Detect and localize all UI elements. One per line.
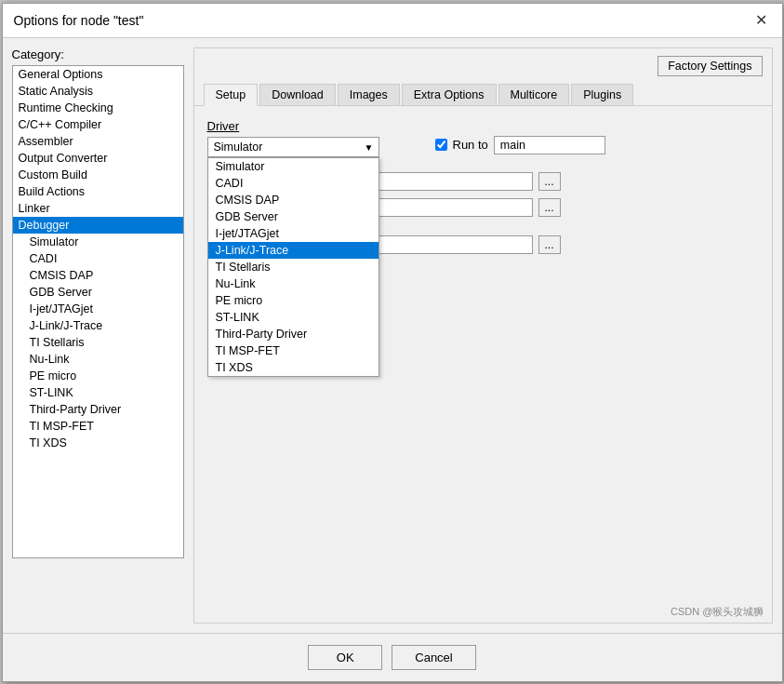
driver-label: Driver (207, 119, 379, 133)
title-bar: Options for node "test" ✕ (3, 4, 782, 38)
category-item-runtime-checking[interactable]: Runtime Checking (13, 100, 183, 116)
run-to-label: Run to (453, 138, 488, 152)
category-item-cmsis-dap[interactable]: CMSIS DAP (13, 267, 183, 284)
driver-section: Driver Simulator ▼ SimulatorCADICMSIS DA… (207, 119, 379, 157)
factory-settings-button[interactable]: Factory Settings (658, 56, 762, 76)
driver-option-third-party-driver[interactable]: Third-Party Driver (208, 326, 379, 342)
category-item-third-party-driver[interactable]: Third-Party Driver (13, 401, 183, 418)
category-item-cadi[interactable]: CADI (13, 250, 183, 267)
category-item-c-cpp-compiler[interactable]: C/C++ Compiler (13, 116, 183, 133)
left-panel: Category: General OptionsStatic Analysis… (12, 47, 184, 624)
category-item-ti-msp-fet[interactable]: TI MSP-FET (13, 418, 183, 435)
driver-selected-value: Simulator (214, 141, 263, 154)
options-dialog: Options for node "test" ✕ Category: Gene… (2, 3, 783, 682)
category-item-simulator[interactable]: Simulator (13, 234, 183, 250)
driver-dropdown-container: Simulator ▼ SimulatorCADICMSIS DAPGDB Se… (207, 137, 379, 157)
driver-option-ti-xds[interactable]: TI XDS (208, 359, 379, 376)
browse-btn-1[interactable]: ... (538, 172, 561, 191)
tab-setup[interactable]: Setup (204, 84, 259, 106)
driver-option-j-link-j-trace[interactable]: J-Link/J-Trace (208, 242, 379, 259)
tab-plugins[interactable]: Plugins (571, 84, 633, 105)
driver-option-ti-msp-fet[interactable]: TI MSP-FET (208, 342, 379, 359)
category-item-i-jet-jtagjet[interactable]: I-jet/JTAGjet (13, 301, 183, 317)
category-item-j-link-j-trace[interactable]: J-Link/J-Trace (13, 317, 183, 334)
dialog-body: Category: General OptionsStatic Analysis… (3, 38, 782, 633)
driver-row: Driver Simulator ▼ SimulatorCADICMSIS DA… (207, 119, 759, 157)
run-to-group: Run to (435, 136, 605, 154)
category-item-build-actions[interactable]: Build Actions (13, 183, 183, 200)
driver-option-gdb-server[interactable]: GDB Server (208, 208, 379, 225)
category-item-st-link[interactable]: ST-LINK (13, 384, 183, 401)
category-item-linker[interactable]: Linker (13, 200, 183, 217)
category-label: Category: (12, 47, 184, 61)
right-panel: Factory Settings SetupDownloadImagesExtr… (193, 47, 773, 624)
category-item-gdb-server[interactable]: GDB Server (13, 284, 183, 301)
category-item-nu-link[interactable]: Nu-Link (13, 351, 183, 368)
dialog-title: Options for node "test" (14, 13, 144, 28)
tab-download[interactable]: Download (259, 84, 336, 105)
driver-option-i-jet-jtagjet[interactable]: I-jet/JTAGjet (208, 225, 379, 242)
category-list[interactable]: General OptionsStatic AnalysisRuntime Ch… (12, 65, 184, 558)
category-item-general-options[interactable]: General Options (13, 66, 183, 83)
driver-option-simulator[interactable]: Simulator (208, 158, 379, 175)
driver-dropdown[interactable]: Simulator ▼ (207, 137, 379, 157)
browse-btn-2[interactable]: ... (538, 198, 561, 217)
dropdown-arrow-icon: ▼ (365, 141, 374, 152)
browse-btn-3[interactable]: ... (538, 235, 561, 254)
watermark: CSDN @猴头攻城狮 (671, 605, 764, 619)
driver-option-pe-micro[interactable]: PE micro (208, 292, 379, 309)
driver-option-nu-link[interactable]: Nu-Link (208, 275, 379, 292)
tab-images[interactable]: Images (338, 84, 400, 105)
category-item-assembler[interactable]: Assembler (13, 133, 183, 150)
factory-btn-row: Factory Settings (194, 48, 772, 76)
category-item-custom-build[interactable]: Custom Build (13, 167, 183, 183)
category-item-ti-stellaris[interactable]: TI Stellaris (13, 334, 183, 351)
tabs-row: SetupDownloadImagesExtra OptionsMulticor… (194, 76, 772, 106)
tab-extra-options[interactable]: Extra Options (402, 84, 497, 105)
ok-button[interactable]: OK (308, 645, 382, 670)
cancel-button[interactable]: Cancel (392, 645, 475, 670)
driver-option-cmsis-dap[interactable]: CMSIS DAP (208, 192, 379, 208)
driver-option-ti-stellaris[interactable]: TI Stellaris (208, 259, 379, 275)
category-item-pe-micro[interactable]: PE micro (13, 368, 183, 384)
close-button[interactable]: ✕ (752, 11, 771, 30)
category-item-output-converter[interactable]: Output Converter (13, 150, 183, 167)
tab-multicore[interactable]: Multicore (498, 84, 570, 105)
category-item-static-analysis[interactable]: Static Analysis (13, 83, 183, 100)
category-item-ti-xds[interactable]: TI XDS (13, 435, 183, 451)
dialog-footer: OK Cancel (3, 633, 782, 681)
driver-option-cadi[interactable]: CADI (208, 175, 379, 192)
main-content: Driver Simulator ▼ SimulatorCADICMSIS DA… (194, 106, 772, 623)
driver-dropdown-list[interactable]: SimulatorCADICMSIS DAPGDB ServerI-jet/JT… (207, 157, 379, 377)
run-to-input[interactable] (494, 136, 605, 154)
driver-option-st-link[interactable]: ST-LINK (208, 309, 379, 326)
category-item-debugger[interactable]: Debugger (13, 217, 183, 234)
run-to-checkbox[interactable] (435, 139, 447, 151)
